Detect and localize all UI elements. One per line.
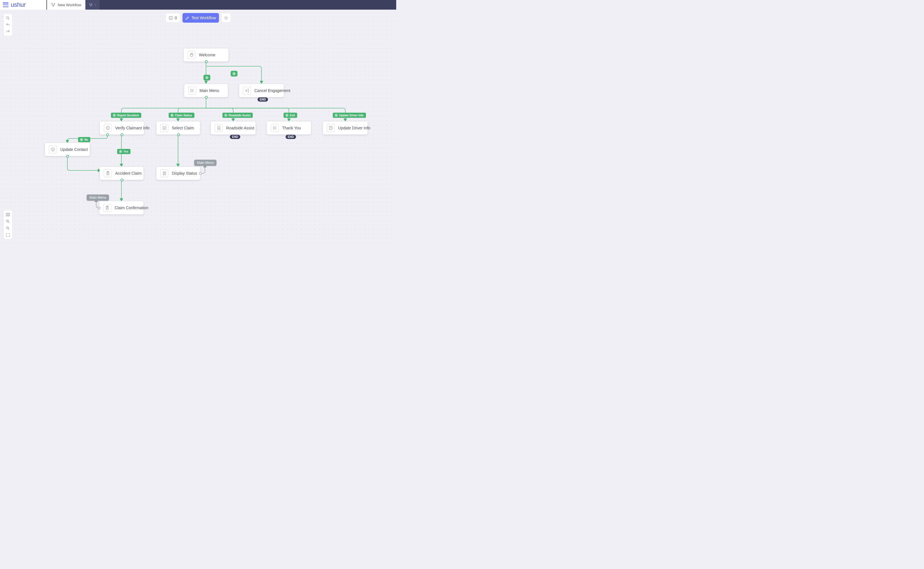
clipboard-icon bbox=[104, 169, 112, 177]
search-icon bbox=[6, 16, 10, 20]
node-label: Verify Claimant Info bbox=[115, 126, 149, 130]
svg-point-0 bbox=[52, 3, 53, 4]
node-main-menu[interactable]: Main Menu bbox=[184, 84, 228, 97]
node-select-claim[interactable]: Select Claim bbox=[156, 121, 201, 135]
node-label: Thank You bbox=[282, 126, 301, 130]
node-label: Roadside Assist bbox=[226, 126, 254, 130]
node-thank-you[interactable]: Thank You bbox=[267, 121, 311, 135]
settings-button[interactable] bbox=[221, 13, 231, 23]
svg-point-34 bbox=[191, 91, 191, 92]
svg-point-10 bbox=[6, 17, 9, 19]
node-display-status[interactable]: Display Status bbox=[156, 166, 201, 180]
return-label-main-menu: Main Menu bbox=[87, 195, 109, 201]
wave-icon bbox=[188, 51, 196, 59]
redo-icon bbox=[6, 29, 10, 34]
logo-block: ushur bbox=[0, 0, 46, 10]
svg-marker-12 bbox=[6, 213, 10, 216]
shield-icon bbox=[49, 146, 57, 154]
list-icon bbox=[188, 87, 196, 94]
error-count-chip[interactable]: 0 bbox=[166, 13, 180, 23]
svg-point-3 bbox=[90, 3, 90, 4]
fullscreen-button[interactable] bbox=[5, 232, 11, 238]
node-roadside-assist[interactable]: Roadside Assist bbox=[211, 121, 256, 135]
map-icon bbox=[6, 212, 10, 217]
workflow-icon bbox=[51, 3, 55, 7]
svg-point-5 bbox=[91, 5, 91, 6]
form-icon bbox=[161, 169, 169, 177]
tab-new-workflow[interactable]: New Workflow bbox=[47, 0, 85, 10]
edge-label-exit: DExit bbox=[284, 113, 297, 118]
svg-point-49 bbox=[53, 149, 53, 149]
node-cancel-engagement[interactable]: Cancel Engagement bbox=[239, 84, 284, 97]
tool-strip-top bbox=[3, 14, 12, 36]
chevron-down-icon bbox=[94, 3, 97, 6]
test-workflow-label: Test Workflow bbox=[191, 15, 216, 20]
action-toolbar: 0 Test Workflow bbox=[166, 13, 231, 23]
svg-point-33 bbox=[191, 90, 191, 91]
svg-point-1 bbox=[54, 3, 55, 4]
list-icon bbox=[271, 124, 279, 132]
edge-label-no: BNo bbox=[78, 137, 90, 142]
zoom-in-icon bbox=[6, 219, 10, 224]
node-label: Select Claim bbox=[172, 126, 194, 130]
shield-icon bbox=[104, 124, 112, 132]
svg-line-11 bbox=[9, 19, 10, 20]
zoom-in-button[interactable] bbox=[5, 218, 11, 225]
node-label: Cancel Engagement bbox=[254, 88, 290, 93]
node-accident-claim[interactable]: Accident Claim bbox=[100, 166, 144, 180]
document-icon bbox=[215, 124, 223, 132]
end-badge: END bbox=[286, 135, 296, 139]
brand-logo: ushur bbox=[11, 1, 26, 9]
zoom-out-icon bbox=[6, 226, 10, 230]
node-welcome[interactable]: Welcome bbox=[183, 48, 229, 62]
edge-label-yes: AYes bbox=[117, 149, 131, 154]
node-label: Claim Confirmation bbox=[115, 205, 148, 210]
top-bar: ushur New Workflow bbox=[0, 0, 396, 10]
tab-label: New Workflow bbox=[58, 3, 81, 7]
end-badge: END bbox=[230, 135, 240, 139]
node-verify-claimant[interactable]: Verify Claimant Info bbox=[100, 121, 144, 135]
svg-point-36 bbox=[108, 128, 108, 128]
tool-strip-bottom bbox=[3, 210, 12, 239]
error-count: 0 bbox=[175, 15, 177, 20]
node-label: Display Status bbox=[172, 171, 197, 175]
edge-label-a: A bbox=[204, 75, 210, 81]
node-claim-confirmation[interactable]: Claim Confirmation bbox=[99, 201, 144, 215]
undo-button[interactable] bbox=[5, 22, 11, 28]
search-button[interactable] bbox=[5, 15, 11, 21]
edge-label-claim-status: BClaim Status bbox=[169, 113, 195, 118]
gear-icon bbox=[223, 15, 228, 20]
end-badge: END bbox=[258, 97, 268, 102]
node-label: Main Menu bbox=[199, 88, 219, 93]
node-update-contact[interactable]: Update Contact bbox=[45, 143, 90, 156]
redo-button[interactable] bbox=[5, 29, 11, 35]
svg-point-32 bbox=[191, 89, 191, 90]
exit-icon bbox=[243, 87, 251, 94]
menu-icon[interactable] bbox=[3, 3, 9, 7]
test-workflow-button[interactable]: Test Workflow bbox=[182, 13, 219, 23]
edge-label-report-accident: AReport Accident bbox=[111, 113, 141, 118]
pencil-icon bbox=[185, 15, 190, 20]
workflow-icon bbox=[89, 3, 93, 7]
node-label: Accident Claim bbox=[115, 171, 141, 175]
workflow-canvas[interactable]: 0 Test Workflow bbox=[0, 10, 396, 243]
node-label: Update Driver Info bbox=[338, 126, 371, 130]
return-label-main-menu: Main Menu bbox=[194, 160, 216, 166]
edge-label-roadside-assist: CRoadside Assist bbox=[222, 113, 253, 118]
fullscreen-icon bbox=[6, 233, 10, 237]
zoom-out-button[interactable] bbox=[5, 225, 11, 231]
undo-icon bbox=[6, 23, 10, 27]
edge-label-update-driver: EUpdate Driver Info bbox=[333, 113, 366, 118]
edge-label-b: B bbox=[231, 71, 237, 76]
map-button[interactable] bbox=[5, 211, 11, 218]
node-update-driver[interactable]: Update Driver Info bbox=[323, 121, 368, 135]
svg-point-9 bbox=[225, 17, 226, 18]
alert-icon bbox=[169, 15, 173, 20]
tab-dropdown[interactable] bbox=[86, 0, 100, 10]
question-icon bbox=[327, 124, 335, 132]
node-label: Welcome bbox=[199, 53, 215, 57]
clipboard-icon bbox=[103, 204, 111, 212]
svg-point-2 bbox=[53, 6, 54, 6]
checkbox-icon bbox=[161, 124, 169, 132]
svg-line-20 bbox=[9, 229, 10, 230]
